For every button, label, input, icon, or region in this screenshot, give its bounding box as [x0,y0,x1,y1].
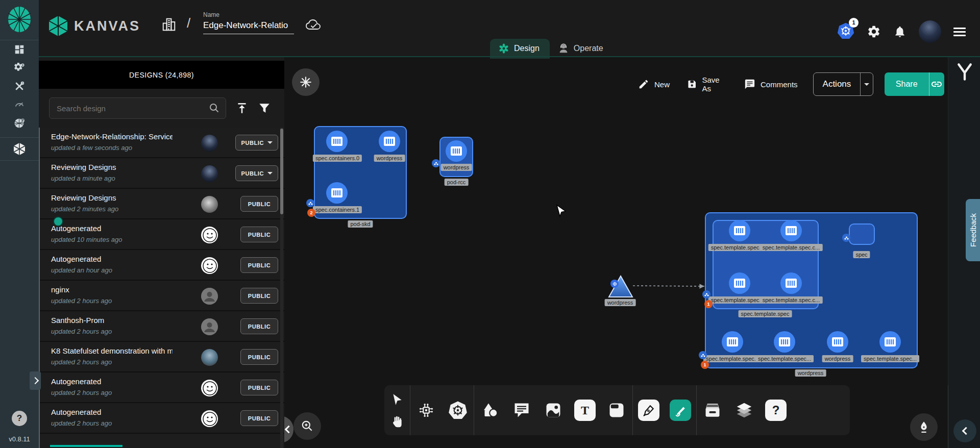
pod-template-group-node[interactable] [713,220,819,309]
nav-kanvas[interactable] [0,138,39,160]
panel-expand-handle[interactable] [30,371,41,390]
user-avatar[interactable] [919,20,941,43]
version-compare-icon[interactable] [955,62,974,82]
node-label-chip: spec.template.spec... [755,355,814,362]
design-name-input[interactable] [203,20,294,34]
design-updated: updated 2 hours ago [51,328,112,335]
smiley-avatar-icon [202,258,217,273]
new-design-button[interactable]: New [638,79,670,90]
pod-status-badge[interactable] [432,159,440,167]
settings-gear-icon[interactable] [867,24,881,39]
design-title: Reviewing Designs [51,163,173,171]
drawer-tool[interactable] [697,385,728,435]
import-design-button[interactable] [235,102,249,115]
visibility-badge[interactable]: PUBLIC [235,165,278,181]
design-updated: updated 2 hours ago [51,297,112,305]
node-label-chip: spec.containers.0 [313,155,362,162]
select-cursor-tool[interactable] [390,393,404,406]
k8s-context-switcher[interactable]: 1 [837,22,854,41]
designs-scrollbar-thumb[interactable] [280,129,283,214]
nav-performance[interactable] [0,95,39,114]
workspace-top-divider [39,56,980,57]
container-node[interactable] [774,331,795,353]
container-node[interactable] [722,331,743,353]
spec-node[interactable] [849,223,875,245]
design-row[interactable]: K8 Statefulset demonstration with mo upd… [40,342,284,372]
design-row[interactable]: Santhosh-Prom updated 2 hours ago PUBLIC [40,311,284,342]
pod-status-badge[interactable] [702,290,710,298]
container-node[interactable] [326,131,348,152]
zoom-control-fab[interactable] [293,412,321,440]
design-row[interactable]: Edge-Network-Relationship: Service updat… [40,128,284,158]
layers-tool[interactable] [728,385,760,435]
pod-status-badge[interactable] [306,199,314,207]
visibility-label: PUBLIC [248,385,271,391]
actions-split-button[interactable]: Actions [813,72,873,96]
toolbar-help[interactable]: ? [760,385,792,435]
meshery-logo[interactable] [7,6,32,33]
notes-tool[interactable] [601,385,632,435]
help-glyph: ? [17,413,22,424]
right-drawer-divider [948,385,948,448]
comments-button[interactable]: Comments [744,79,798,90]
container-node[interactable] [446,140,467,162]
warning-count-badge[interactable]: 1 [701,361,709,369]
pod-badge-icon [434,162,438,165]
copy-link-button[interactable] [929,72,944,96]
organization-icon[interactable] [161,17,177,32]
pod-status-badge[interactable] [699,351,707,359]
container-node[interactable] [780,272,802,294]
freehand-draw-tool[interactable] [665,385,696,435]
kanvas-logo[interactable]: KANVAS [48,15,140,37]
design-row[interactable]: Reviewing Designs updated 2 minutes ago … [40,189,284,219]
warning-count-badge[interactable]: 1 [704,300,713,308]
container-node[interactable] [729,220,750,241]
filter-designs-button[interactable] [258,102,271,115]
partial-row-accent [50,445,122,447]
canvas-action-row: New Save As Comments Actions Share [638,71,944,97]
shapes-tool[interactable] [474,385,506,435]
kubernetes-tool[interactable] [442,385,474,435]
canvas-filter-fab[interactable] [292,68,320,96]
feedback-tab[interactable]: Feedback [966,199,980,261]
design-row[interactable]: Autogenerated updated 10 minutes ago PUB… [40,219,284,250]
design-row[interactable]: Reviewing Designs updated a minute ago P… [40,158,284,189]
visibility-badge: PUBLIC [240,288,278,304]
container-node[interactable] [780,220,802,241]
comment-tool[interactable] [506,385,537,435]
design-search-input[interactable] [50,104,208,113]
design-row[interactable]: Autogenerated updated 2 hours ago PUBLIC [40,372,284,403]
container-node[interactable] [879,331,901,353]
design-row[interactable]: Autogenerated updated an hour ago PUBLIC [40,250,284,281]
help-button[interactable]: ? [12,411,27,426]
design-row[interactable]: Autogenerated updated 2 hours ago PUBLIC [40,403,284,434]
pen-tool[interactable] [633,385,665,435]
text-tool[interactable]: T [569,385,601,435]
nav-dashboard[interactable] [0,40,39,59]
image-tool[interactable] [537,385,569,435]
collaborator-presence-dot [53,216,63,227]
visibility-badge[interactable]: PUBLIC [235,135,278,151]
hamburger-menu-icon[interactable] [953,28,966,36]
pan-hand-tool[interactable] [390,415,404,428]
container-node[interactable] [729,272,750,294]
share-split-button[interactable]: Share [885,72,944,96]
container-node[interactable] [379,131,400,152]
nav-lifecycle[interactable] [0,59,39,77]
container-node[interactable] [326,182,348,204]
design-mode-fab[interactable] [910,413,938,441]
open-right-drawer-button[interactable] [953,419,976,442]
components-tool[interactable] [410,385,442,435]
notifications-bell-icon[interactable] [893,25,906,38]
container-node[interactable] [827,331,848,353]
nav-mesh[interactable] [0,114,39,132]
actions-caret-button[interactable] [860,72,873,96]
warning-count-badge[interactable]: 2 [307,209,315,217]
save-as-button[interactable]: Save As [687,76,727,93]
pod-status-badge[interactable] [842,234,850,242]
nav-configuration[interactable] [0,77,39,95]
chip-icon [418,402,435,419]
kubernetes-badge-icon [610,280,619,288]
design-row[interactable]: nginx updated 2 hours ago PUBLIC [40,281,284,311]
toolkit-icon [14,81,25,92]
